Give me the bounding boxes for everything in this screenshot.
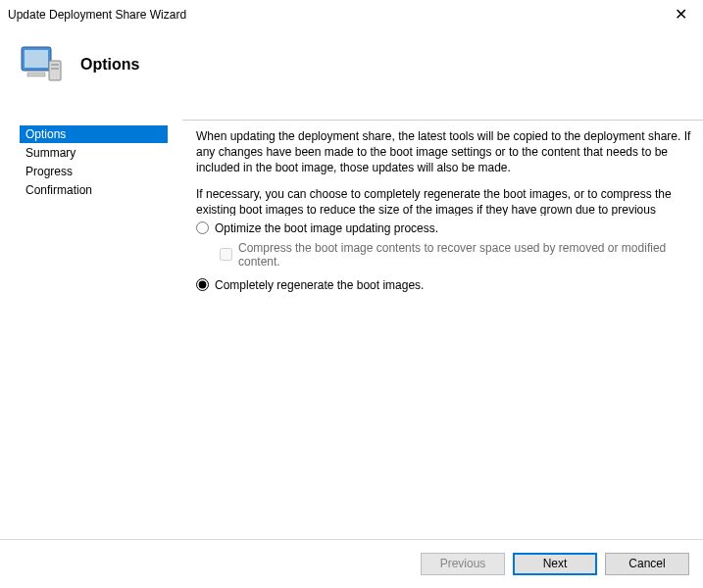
wizard-content: When updating the deployment share, the … xyxy=(182,120,703,539)
cancel-button[interactable]: Cancel xyxy=(605,553,689,575)
sidebar-item-progress[interactable]: Progress xyxy=(20,163,168,180)
svg-rect-3 xyxy=(51,64,59,66)
svg-rect-4 xyxy=(51,68,59,70)
wizard-footer: Previous Next Cancel xyxy=(0,539,703,588)
option-compress-label: Compress the boot image contents to reco… xyxy=(238,241,691,269)
computer-icon xyxy=(18,41,65,88)
wizard-sidebar: Options Summary Progress Confirmation xyxy=(0,118,182,539)
next-button[interactable]: Next xyxy=(513,553,597,575)
svg-rect-5 xyxy=(27,73,45,76)
sidebar-item-confirmation[interactable]: Confirmation xyxy=(20,181,168,199)
radio-optimize[interactable] xyxy=(196,221,209,234)
wizard-header: Options xyxy=(0,27,703,106)
sidebar-item-label: Summary xyxy=(25,146,75,160)
description-text-1: When updating the deployment share, the … xyxy=(196,128,691,176)
sidebar-item-options[interactable]: Options xyxy=(20,125,168,143)
description-text-2: If necessary, you can choose to complete… xyxy=(196,186,691,216)
option-regenerate-label: Completely regenerate the boot images. xyxy=(215,278,424,292)
option-optimize-row[interactable]: Optimize the boot image updating process… xyxy=(196,221,691,235)
sidebar-item-label: Confirmation xyxy=(25,183,92,197)
sidebar-item-summary[interactable]: Summary xyxy=(20,144,168,162)
sidebar-item-label: Progress xyxy=(25,165,73,178)
previous-button: Previous xyxy=(421,553,505,575)
option-compress-row: Compress the boot image contents to reco… xyxy=(220,241,691,269)
sidebar-item-label: Options xyxy=(25,127,66,141)
option-optimize-label: Optimize the boot image updating process… xyxy=(215,221,438,235)
radio-regenerate[interactable] xyxy=(196,278,209,291)
titlebar: Update Deployment Share Wizard ✕ xyxy=(0,0,703,27)
window-title: Update Deployment Share Wizard xyxy=(8,8,186,22)
page-title: Options xyxy=(80,56,139,74)
checkbox-compress xyxy=(220,248,232,261)
option-regenerate-row[interactable]: Completely regenerate the boot images. xyxy=(196,278,691,292)
close-icon[interactable]: ✕ xyxy=(669,5,693,24)
svg-rect-1 xyxy=(25,50,48,68)
